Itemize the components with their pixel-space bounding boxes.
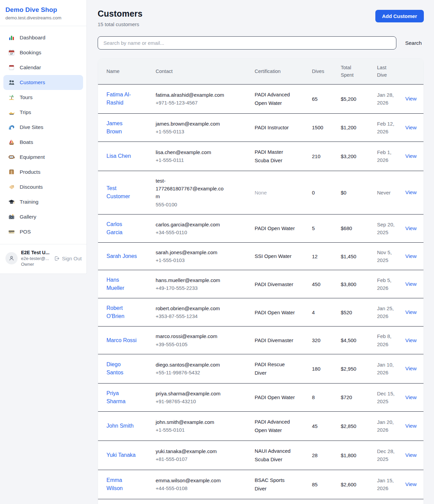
customer-name-link[interactable]: John Smith: [106, 422, 134, 430]
customer-certification: SSI Open Water: [246, 242, 304, 270]
customer-total-spent: $4,500: [333, 326, 369, 354]
sidebar-item-label: Gallery: [20, 214, 36, 220]
customer-last-dive: Feb 10, 2026: [369, 499, 398, 504]
customer-name-link[interactable]: Emma Wilson: [106, 476, 138, 492]
customer-email: hans.mueller@example.com: [156, 276, 226, 284]
table-header-row: NameContactCertificationDivesTotal Spent…: [98, 59, 424, 84]
customer-name-link[interactable]: Marco Rossi: [106, 336, 137, 344]
camera-flash-icon: [8, 213, 15, 220]
column-header-certification: Certification: [246, 59, 304, 84]
view-customer-link[interactable]: View: [405, 481, 416, 487]
sidebar-item-discounts[interactable]: Discounts: [3, 180, 83, 194]
customer-name-link[interactable]: James Brown: [106, 119, 138, 136]
customer-last-dive: Jan 20, 2026: [369, 411, 398, 441]
customer-last-dive: Feb 8, 2026: [369, 326, 398, 354]
sidebar-item-calendar[interactable]: Calendar: [3, 60, 83, 75]
customer-name-link[interactable]: Robert O'Brien: [106, 304, 138, 320]
customer-dives-count: 45: [304, 411, 333, 441]
view-customer-link[interactable]: View: [405, 96, 416, 101]
customer-total-spent: $3,200: [333, 142, 369, 171]
main-content: Customers 15 total customers Add Custome…: [87, 0, 434, 504]
customer-email: robert.obrien@example.com: [156, 304, 226, 312]
sidebar-item-gallery[interactable]: Gallery: [3, 209, 83, 224]
sidebar-item-pos[interactable]: POS: [3, 224, 83, 239]
customer-total-spent: $3,800: [333, 270, 369, 298]
sign-out-button[interactable]: Sign Out: [54, 256, 82, 261]
view-customer-link[interactable]: View: [405, 452, 416, 458]
sidebar-item-bookings[interactable]: 17Bookings: [3, 45, 83, 60]
brand-name[interactable]: Demo Dive Shop: [5, 6, 81, 14]
customer-total-spent: $2,100: [333, 499, 369, 504]
customer-dives-count: 8: [304, 383, 333, 411]
sidebar-nav: Dashboard17BookingsCalendarCustomersTour…: [0, 26, 86, 244]
customer-dives-count: 85: [304, 470, 333, 499]
customer-total-spent: $1,450: [333, 242, 369, 270]
sidebar-item-training[interactable]: Training: [3, 194, 83, 209]
view-customer-link[interactable]: View: [405, 125, 416, 130]
customer-name-link[interactable]: Fatima Al-Rashid: [106, 91, 138, 107]
svg-text:17: 17: [10, 53, 13, 55]
search-input[interactable]: [98, 36, 396, 50]
customer-name-link[interactable]: Sarah Jones: [106, 252, 137, 260]
sidebar-item-products[interactable]: Products: [3, 165, 83, 180]
customer-dives-count: 210: [304, 142, 333, 171]
sidebar: Demo Dive Shop demo.test.divestreams.com…: [0, 0, 87, 274]
customer-certification: PADI Advanced Open Water: [246, 499, 304, 504]
sidebar-item-dashboard[interactable]: Dashboard: [3, 30, 83, 45]
customer-phone: +1-555-0101: [156, 426, 226, 434]
customer-last-dive: Sep 20, 2025: [369, 214, 398, 242]
calendar-date-icon: 17: [8, 49, 15, 56]
view-customer-link[interactable]: View: [405, 253, 416, 259]
customer-name-link[interactable]: Yuki Tanaka: [106, 451, 136, 459]
view-customer-link[interactable]: View: [405, 153, 416, 159]
user-meta: E2E Test U... e2e-tester@... Owner: [21, 250, 51, 267]
add-customer-button[interactable]: Add Customer: [375, 10, 424, 22]
table-row: Test Customertest-1772681807767@example.…: [98, 171, 424, 214]
customer-total-spent: $1,800: [333, 441, 369, 470]
customer-email: carlos.garcia@example.com: [156, 221, 226, 228]
view-customer-link[interactable]: View: [405, 225, 416, 231]
sidebar-item-label: Customers: [20, 79, 45, 86]
sidebar-item-label: Equipment: [20, 154, 45, 160]
people-icon: [8, 79, 15, 86]
sidebar-item-trips[interactable]: Trips: [3, 105, 83, 120]
sidebar-item-dive-sites[interactable]: Dive Sites: [3, 120, 83, 135]
customer-name-link[interactable]: Lisa Chen: [106, 152, 131, 160]
customer-name-link[interactable]: Carlos Garcia: [106, 220, 138, 237]
view-customer-link[interactable]: View: [405, 366, 416, 371]
customer-dives-count: 5: [304, 214, 333, 242]
view-customer-link[interactable]: View: [405, 189, 416, 195]
page-header: Customers 15 total customers Add Custome…: [98, 9, 424, 27]
column-header-dives: Dives: [304, 59, 333, 84]
customer-total-spent: $1,200: [333, 113, 369, 142]
table-row: Diego Santosdiego.santos@example.com+55-…: [98, 354, 424, 383]
customer-dives-count: 1500: [304, 113, 333, 142]
brand-header: Demo Dive Shop demo.test.divestreams.com: [0, 0, 86, 26]
sidebar-item-customers[interactable]: Customers: [3, 75, 83, 90]
table-row: Lisa Chenlisa.chen@example.com+1-555-011…: [98, 142, 424, 171]
sidebar-item-equipment[interactable]: Equipment: [3, 150, 83, 165]
credit-card-icon: [8, 228, 15, 235]
view-customer-link[interactable]: View: [405, 337, 416, 343]
view-customer-link[interactable]: View: [405, 423, 416, 429]
customer-name-link[interactable]: Test Customer: [106, 184, 138, 201]
customer-email: test-1772681807767@example.com: [156, 177, 226, 201]
sidebar-item-boats[interactable]: Boats: [3, 135, 83, 150]
column-header-name: Name: [98, 59, 147, 84]
view-customer-link[interactable]: View: [405, 309, 416, 315]
user-email: e2e-tester@...: [21, 256, 51, 261]
search-button[interactable]: Search: [403, 37, 424, 49]
user-name: E2E Test U...: [21, 250, 51, 255]
customer-dives-count: 450: [304, 270, 333, 298]
sidebar-item-tours[interactable]: Tours: [3, 90, 83, 105]
customer-last-dive: Feb 5, 2026: [369, 270, 398, 298]
view-customer-link[interactable]: View: [405, 281, 416, 287]
customer-name-link[interactable]: Diego Santos: [106, 360, 138, 377]
customer-certification: PADI Divemaster: [246, 270, 304, 298]
customer-name-link[interactable]: Hans Mueller: [106, 276, 138, 292]
table-row: Fatima Al-Rashidfatima.alrashid@example.…: [98, 84, 424, 113]
customer-dives-count: 4: [304, 298, 333, 326]
view-customer-link[interactable]: View: [405, 394, 416, 400]
customer-email: diego.santos@example.com: [156, 361, 226, 369]
customer-name-link[interactable]: Priya Sharma: [106, 389, 138, 406]
